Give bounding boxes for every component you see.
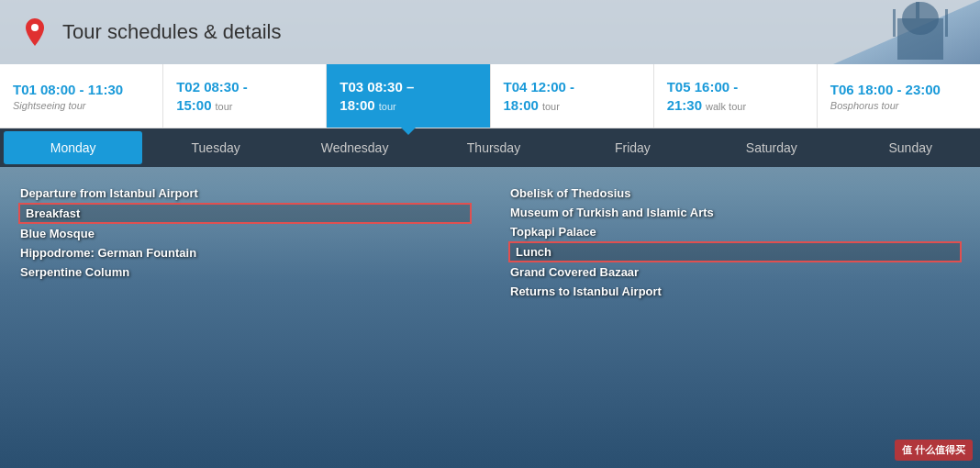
day-tabs: Monday Tuesday Wednesday Thursday Friday…	[0, 128, 980, 167]
day-tab-saturday[interactable]: Saturday	[702, 131, 841, 164]
location-icon	[18, 16, 51, 49]
tour-tab-T06-code: T06 18:00 - 23:00	[830, 81, 967, 99]
tour-tab-T04-row1: T04 12:00 -	[504, 78, 640, 96]
day-tab-tuesday[interactable]: Tuesday	[146, 131, 284, 164]
tour-tab-T05[interactable]: T05 16:00 - 21:30 walk tour	[654, 64, 818, 128]
tour-tab-T01-code: T01 08:00 - 11:30	[13, 81, 150, 99]
page-title: Tour schedules & details	[62, 20, 281, 44]
tour-tab-T02-code2: 15:00	[176, 96, 211, 115]
schedule-left-column: Departure from Istanbul Airport Breakfas…	[18, 184, 472, 387]
tour-tab-T02-type: tour	[216, 101, 233, 112]
tour-tab-T01-name: Sightseeing tour	[13, 100, 150, 111]
svg-rect-4	[916, 2, 919, 18]
day-tab-monday[interactable]: Monday	[4, 131, 142, 164]
schedule-item-obelisk: Obelisk of Thedosius	[508, 184, 962, 203]
schedule-item-bazaar: Grand Covered Bazaar	[508, 262, 962, 282]
day-tab-sunday[interactable]: Sunday	[841, 131, 980, 164]
schedule-item-topkapi: Topkapi Palace	[508, 222, 962, 241]
tour-tab-T06[interactable]: T06 18:00 - 23:00 Bosphorus tour	[818, 64, 980, 128]
tour-tab-T02[interactable]: T02 08:30 - 15:00 tour	[163, 64, 327, 128]
tour-tab-T04[interactable]: T04 12:00 - 18:00 tour	[491, 64, 654, 128]
schedule-item-lunch: Lunch	[508, 241, 962, 262]
tour-tab-T05-code2: 21:30	[667, 96, 702, 115]
schedule-item-serpentine: Serpentine Column	[18, 262, 472, 282]
schedule-area: Departure from Istanbul Airport Breakfas…	[0, 167, 980, 396]
tour-tab-T02-row1: T02 08:30 -	[176, 78, 313, 96]
content-wrapper: Tour schedules & details	[0, 0, 980, 468]
svg-rect-5	[893, 9, 896, 37]
svg-point-0	[31, 24, 39, 31]
tour-tab-T04-row2: 18:00 tour	[504, 96, 640, 115]
tour-tab-T05-row1: T05 16:00 -	[667, 78, 804, 96]
tour-tab-T03-code2: 18:00	[340, 96, 374, 115]
tour-tab-T05-row2: 21:30 walk tour	[667, 96, 804, 115]
tour-tab-T03-type: tour	[379, 101, 396, 112]
schedule-item-hippodrome: Hippodrome: German Fountain	[18, 243, 472, 262]
building-decoration	[778, 0, 980, 64]
tour-tab-T04-code2: 18:00	[504, 96, 539, 115]
tour-tab-T04-type: tour	[542, 101, 560, 112]
schedule-item-museum: Museum of Turkish and Islamic Arts	[508, 203, 962, 222]
tour-tab-T05-type: walk tour	[706, 101, 746, 112]
watermark-line1: 值 什么值得买	[902, 443, 965, 457]
day-tab-friday[interactable]: Friday	[563, 131, 702, 164]
tour-tab-T06-name: Bosphorus tour	[830, 100, 967, 111]
day-tab-wednesday[interactable]: Wednesday	[285, 131, 424, 164]
tour-tab-T01[interactable]: T01 08:00 - 11:30 Sightseeing tour	[0, 64, 163, 128]
watermark: 值 什么值得买	[895, 440, 973, 461]
schedule-item-blue-mosque: Blue Mosque	[18, 224, 472, 243]
tour-tab-T03[interactable]: T03 08:30 – 18:00 tour	[327, 64, 490, 128]
tour-tab-T03-code: T03 08:30 –	[340, 78, 414, 96]
svg-point-3	[902, 2, 939, 35]
schedule-right-column: Obelisk of Thedosius Museum of Turkish a…	[508, 184, 962, 387]
tour-tab-T02-row2: 15:00 tour	[176, 96, 313, 115]
header-section: Tour schedules & details	[0, 0, 980, 64]
tour-tab-T03-row2: 18:00 tour	[340, 96, 476, 115]
schedule-item-departure: Departure from Istanbul Airport	[18, 184, 472, 203]
tour-tab-T04-code: T04 12:00 -	[504, 78, 575, 96]
schedule-item-returns: Returns to Istanbul Airport	[508, 282, 962, 301]
tour-tab-T02-code: T02 08:30 -	[176, 78, 248, 96]
svg-rect-6	[945, 9, 948, 37]
schedule-item-breakfast: Breakfast	[18, 203, 472, 224]
tour-tab-T03-row1: T03 08:30 –	[340, 78, 476, 96]
day-tab-thursday[interactable]: Thursday	[424, 131, 562, 164]
tour-tab-T05-code: T05 16:00 -	[667, 78, 739, 96]
tour-tabs: T01 08:00 - 11:30 Sightseeing tour T02 0…	[0, 64, 980, 128]
